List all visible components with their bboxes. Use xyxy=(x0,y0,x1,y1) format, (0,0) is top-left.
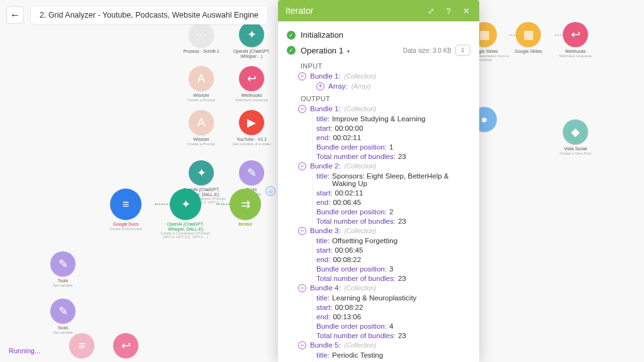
check-icon: ✓ xyxy=(287,31,296,40)
bundle-field: start00:06:45 xyxy=(316,245,470,255)
module-icon: ↩ xyxy=(239,66,264,91)
module-icon: ✎ xyxy=(239,160,264,185)
field-value: Learning & Neuroplasticity xyxy=(332,294,416,302)
scenario-title[interactable]: 2. Grid Analyzer - Youtube, Podcasts, We… xyxy=(30,6,268,25)
type-label: (Collection) xyxy=(345,228,377,234)
module-node[interactable]: ≡Google DocsCreate a Document xyxy=(101,189,151,231)
field-value: 23 xyxy=(398,153,406,160)
bundle-row[interactable]: Bundle 1:(Collection) xyxy=(298,104,470,114)
module-sublabel: Create a Document xyxy=(109,227,142,231)
field-key: start xyxy=(316,189,333,197)
field-value: 23 xyxy=(398,217,406,225)
module-icon: ✦ xyxy=(189,160,214,185)
module-node[interactable]: ↩WebhooksWebhook response xyxy=(226,66,277,102)
bundle-field: Bundle order position4 xyxy=(316,321,470,331)
module-node[interactable]: ▶YouTube - V1.1Get subtitles of a video xyxy=(226,110,277,146)
field-key: title xyxy=(316,294,330,302)
module-node[interactable]: ✎ToolsSet variable xyxy=(38,299,88,334)
input-group-label: INPUT xyxy=(301,62,470,70)
module-node[interactable]: ✦OpenAI (ChatGPT, Whisper, DALL-E)Create… xyxy=(160,189,211,239)
module-label: YouTube - V1.1 xyxy=(236,137,267,142)
field-value: 23 xyxy=(398,332,406,339)
module-icon: ✎ xyxy=(50,299,75,324)
field-value: 00:00:00 xyxy=(335,124,364,132)
field-value: 00:08:22 xyxy=(333,256,361,263)
module-icon: ≡ xyxy=(69,333,94,358)
bundle-field: Total number of bundles23 xyxy=(316,273,470,283)
module-icon: ▶ xyxy=(239,110,264,135)
module-icon: ↩ xyxy=(113,333,138,358)
module-label: Webhooks xyxy=(242,93,262,98)
bundle-field: start00:00:00 xyxy=(316,123,470,133)
bundle-key: Bundle 1: xyxy=(310,72,341,80)
collapse-toggle[interactable] xyxy=(298,227,306,235)
tree-row[interactable]: Array: (Array) xyxy=(316,81,470,91)
panel-body[interactable]: ✓ Initialization ✓ Operation 1 ▴ Data si… xyxy=(278,21,479,362)
module-icon: A xyxy=(189,66,214,91)
collapse-toggle[interactable] xyxy=(298,72,306,80)
bundle-row[interactable]: Bundle 4:(Collection) xyxy=(298,283,470,293)
field-value: 4 xyxy=(389,322,393,330)
field-value: 00:02:11 xyxy=(335,189,364,197)
collapse-toggle[interactable] xyxy=(298,162,306,170)
expand-icon[interactable]: ⤢ xyxy=(425,5,436,16)
bundle-row[interactable]: Bundle 2:(Collection) xyxy=(298,161,470,171)
module-sublabel: Webhook response xyxy=(235,98,268,102)
module-node[interactable]: AWisdomCreate a Prompt xyxy=(176,66,226,102)
field-key: Bundle order position xyxy=(316,265,387,273)
bundle-row[interactable]: Bundle 5:(Collection) xyxy=(298,340,470,350)
field-value: 00:06:45 xyxy=(333,199,361,206)
input-tree: Bundle 1: (Collection) Array: (Array) xyxy=(298,71,470,91)
help-icon[interactable]: ? xyxy=(443,5,454,16)
field-value: 00:08:22 xyxy=(335,304,364,311)
caret-up-icon: ▴ xyxy=(347,48,350,53)
field-key: end xyxy=(316,256,330,263)
panel-header[interactable]: Iterator ⤢ ? ✕ xyxy=(278,0,479,21)
field-key: title xyxy=(316,115,330,123)
field-key: Total number of bundles xyxy=(316,217,396,225)
module-sublabel: Create a New Post xyxy=(560,151,591,155)
type-label: (Collection) xyxy=(345,106,377,112)
bundle-key: Bundle 2: xyxy=(310,162,341,170)
field-key: Bundle order position xyxy=(316,143,387,151)
download-button[interactable]: ⇩ xyxy=(455,45,470,56)
type-label: (Collection) xyxy=(345,163,377,170)
collapse-toggle[interactable] xyxy=(298,105,306,113)
module-node[interactable]: ◆Vista SocialCreate a New Post xyxy=(550,119,601,155)
module-sublabel: Create a Completion (Prompt, GPT-3, GPT-… xyxy=(160,231,211,239)
expand-toggle[interactable] xyxy=(316,82,325,90)
close-icon[interactable]: ✕ xyxy=(460,5,472,16)
bundle-field: start00:13:06 xyxy=(316,359,470,362)
back-button[interactable]: ← xyxy=(6,6,24,24)
bundle-field: end00:08:22 xyxy=(316,255,470,264)
module-node[interactable]: ↩ xyxy=(101,333,151,358)
bundle-field: end00:02:11 xyxy=(316,133,470,142)
module-label: Prozess - Schritt 1 xyxy=(183,49,219,54)
collapse-toggle[interactable] xyxy=(298,284,306,292)
field-value: 00:06:45 xyxy=(335,246,364,254)
initialization-row[interactable]: ✓ Initialization xyxy=(287,28,470,42)
tree-row[interactable]: Bundle 1: (Collection) xyxy=(298,71,470,81)
module-node[interactable]: AWisdomCreate a Prompt xyxy=(176,110,226,146)
module-node[interactable]: ⇉Iterator xyxy=(220,189,270,227)
operation-label: Operation 1 xyxy=(301,46,343,55)
field-value: Offsetting Forgetting xyxy=(332,237,397,244)
operation-row[interactable]: ✓ Operation 1 ▴ Data size: 3.0 KB ⇩ xyxy=(287,42,470,58)
module-node[interactable]: ✎ToolsSet variable xyxy=(38,251,88,287)
bundle-field: titleImprove Studying & Learning xyxy=(316,114,470,123)
field-value: 1 xyxy=(389,143,393,151)
field-value: 00:02:11 xyxy=(333,134,361,141)
collapse-toggle[interactable] xyxy=(298,341,306,349)
module-sublabel: Get subtitles of a video xyxy=(232,142,270,146)
bundle-row[interactable]: Bundle 3:(Collection) xyxy=(298,226,470,236)
field-value: 3 xyxy=(389,265,393,273)
bundle-key: Bundle 3: xyxy=(310,227,341,234)
module-label: Vista Social xyxy=(564,146,587,151)
output-tree: Bundle 1:(Collection)titleImprove Studyi… xyxy=(298,104,470,362)
bundle-field: Bundle order position3 xyxy=(316,264,470,273)
field-key: Bundle order position xyxy=(316,208,387,216)
module-label: Google Docs xyxy=(113,222,138,227)
bundle-field: start00:08:22 xyxy=(316,302,470,312)
module-node[interactable]: ≡ xyxy=(57,333,107,358)
magnifier-icon[interactable]: ⌕ xyxy=(265,186,275,196)
